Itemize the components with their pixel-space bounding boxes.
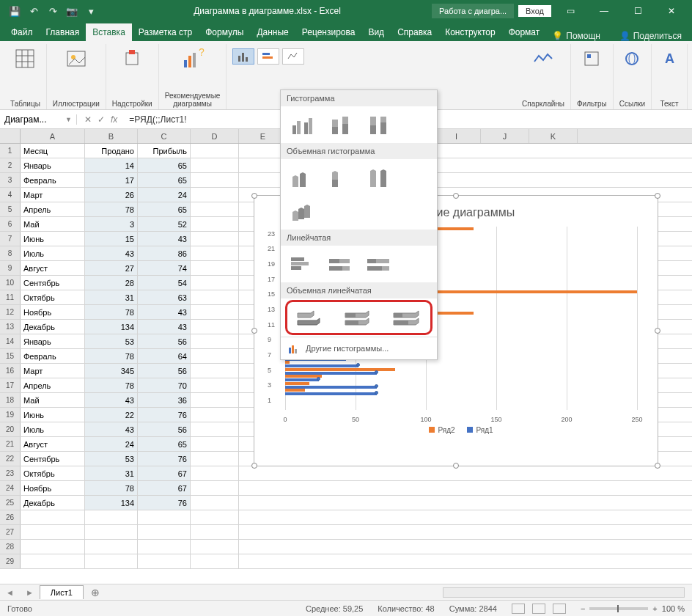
ribbon-options-icon[interactable]: ▭ <box>556 0 585 22</box>
zoom-level[interactable]: 100 % <box>662 604 685 613</box>
cell[interactable]: Продано <box>85 144 138 158</box>
row-header[interactable]: 14 <box>0 334 21 348</box>
cell[interactable] <box>191 173 239 187</box>
chart-legend[interactable]: Ряд2 Ряд1 <box>254 423 658 437</box>
share-button[interactable]: 👤Поделиться <box>614 31 688 41</box>
redo-icon[interactable]: ↷ <box>47 5 59 17</box>
cell[interactable] <box>191 290 239 304</box>
cell[interactable]: Октябрь <box>21 466 85 480</box>
row-header[interactable]: 25 <box>0 496 21 510</box>
cell[interactable]: 53 <box>85 334 138 348</box>
cell[interactable] <box>191 158 239 172</box>
cell[interactable]: 70 <box>138 378 191 392</box>
cell[interactable] <box>191 202 239 216</box>
cancel-formula-icon[interactable]: ✕ <box>84 114 92 125</box>
cell[interactable]: Январь <box>21 158 85 172</box>
cell[interactable]: Октябрь <box>21 290 85 304</box>
stacked-column-3d-icon[interactable] <box>326 165 356 190</box>
cell[interactable]: 64 <box>138 349 191 363</box>
row-header[interactable]: 1 <box>0 144 21 158</box>
stacked-bar-icon[interactable] <box>326 252 356 276</box>
tab-file[interactable]: Файл <box>4 23 40 41</box>
cell[interactable]: 17 <box>85 173 138 187</box>
column-3d-icon[interactable] <box>288 199 317 224</box>
minimize-icon[interactable]: — <box>589 0 619 22</box>
login-button[interactable]: Вход <box>518 5 551 17</box>
row-header[interactable]: 21 <box>0 437 21 451</box>
cell[interactable]: 3 <box>85 217 138 231</box>
cell[interactable] <box>191 452 239 466</box>
table-row[interactable]: 27 <box>0 525 692 540</box>
page-layout-view-icon[interactable] <box>532 604 545 614</box>
cell[interactable]: 43 <box>85 246 138 260</box>
cell[interactable]: 65 <box>138 173 191 187</box>
cell[interactable] <box>191 408 239 422</box>
ribbon-group-tables[interactable]: Таблицы <box>4 44 47 109</box>
table-row[interactable]: 26 <box>0 510 692 525</box>
cell[interactable] <box>191 349 239 363</box>
cell[interactable]: 31 <box>85 466 138 480</box>
cell[interactable]: 43 <box>138 232 191 246</box>
cell[interactable]: 67 <box>138 466 191 480</box>
clustered-column-3d-icon[interactable] <box>288 165 317 190</box>
percent-stacked-column-3d-icon[interactable] <box>364 165 394 190</box>
cell[interactable]: 36 <box>138 393 191 407</box>
zoom-in-icon[interactable]: + <box>652 604 657 613</box>
cell[interactable]: Декабрь <box>21 496 85 510</box>
stacked-column-icon[interactable] <box>326 112 356 137</box>
cell[interactable] <box>191 276 239 290</box>
col-header-c[interactable]: C <box>138 129 191 143</box>
cell[interactable] <box>191 466 239 480</box>
row-header[interactable]: 22 <box>0 452 21 466</box>
cell[interactable]: 78 <box>85 378 138 392</box>
tab-data[interactable]: Данные <box>250 23 295 41</box>
clustered-bar-icon[interactable] <box>288 252 317 276</box>
cell[interactable]: 134 <box>85 496 138 510</box>
cell[interactable] <box>191 496 239 510</box>
tab-layout[interactable]: Разметка стр <box>132 23 199 41</box>
cell[interactable]: Ноябрь <box>21 481 85 495</box>
cell[interactable]: 345 <box>85 364 138 378</box>
col-header-k[interactable]: K <box>529 129 578 143</box>
tell-me[interactable]: 💡Помощн <box>546 31 606 41</box>
cell[interactable]: Май <box>21 217 85 231</box>
row-header[interactable]: 18 <box>0 393 21 407</box>
tab-insert[interactable]: Вставка <box>86 23 132 41</box>
cell[interactable]: 24 <box>138 188 191 202</box>
cell[interactable] <box>191 261 239 275</box>
close-icon[interactable]: ✕ <box>657 0 686 22</box>
cell[interactable]: 24 <box>85 437 138 451</box>
row-header[interactable]: 6 <box>0 217 21 231</box>
ribbon-group-filters[interactable]: Фильтры <box>571 44 614 109</box>
cell[interactable]: 54 <box>138 276 191 290</box>
row-header[interactable]: 4 <box>0 188 21 202</box>
cell[interactable]: Май <box>21 393 85 407</box>
ribbon-group-text[interactable]: A Текст <box>652 44 688 109</box>
camera-icon[interactable]: 📷 <box>66 5 78 17</box>
ribbon-group-addins[interactable]: Надстройки <box>106 44 159 109</box>
cell[interactable]: Март <box>21 364 85 378</box>
cell[interactable]: 76 <box>138 452 191 466</box>
percent-stacked-column-icon[interactable] <box>364 112 394 137</box>
row-header[interactable]: 3 <box>0 173 21 187</box>
cell[interactable]: Март <box>21 188 85 202</box>
cell[interactable]: 78 <box>85 202 138 216</box>
cell[interactable] <box>191 364 239 378</box>
cell[interactable]: Август <box>21 437 85 451</box>
cell[interactable]: Июнь <box>21 408 85 422</box>
cell[interactable]: 56 <box>138 334 191 348</box>
percent-stacked-bar-3d-icon[interactable] <box>392 305 422 330</box>
sheet-tab[interactable]: Лист1 <box>40 585 84 599</box>
cell[interactable]: Апрель <box>21 378 85 392</box>
accept-formula-icon[interactable]: ✓ <box>97 114 105 125</box>
page-break-view-icon[interactable] <box>553 604 566 614</box>
cell[interactable]: 65 <box>138 437 191 451</box>
cell[interactable]: 63 <box>138 290 191 304</box>
cell[interactable]: 14 <box>85 158 138 172</box>
cell[interactable]: Июль <box>21 422 85 436</box>
cell[interactable]: 26 <box>85 188 138 202</box>
clustered-column-icon[interactable] <box>288 112 317 137</box>
cell[interactable]: 27 <box>85 261 138 275</box>
tab-view[interactable]: Вид <box>361 23 391 41</box>
cell[interactable]: 78 <box>85 349 138 363</box>
